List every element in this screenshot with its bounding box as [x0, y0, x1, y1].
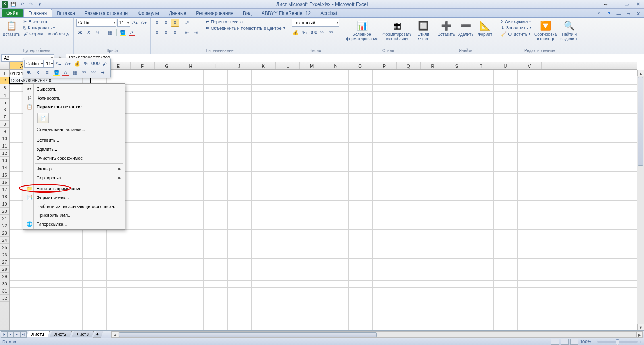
tab-formulas[interactable]: Формулы	[133, 9, 164, 17]
mini-size-combo[interactable]: 11	[44, 60, 54, 68]
autosum-button[interactable]: ΣАвтосумма▾	[499, 19, 533, 24]
mini-borders[interactable]: ▦	[71, 69, 79, 77]
row-header-9[interactable]: 9	[0, 128, 9, 135]
mini-shrink-font[interactable]: A▾	[63, 60, 72, 68]
row-header-8[interactable]: 8	[0, 121, 9, 128]
clear-button[interactable]: 🧹Очистить▾	[499, 31, 533, 37]
maximize-button[interactable]: ▭	[622, 1, 631, 8]
col-header-P[interactable]: P	[372, 62, 397, 69]
row-header-4[interactable]: 4	[0, 91, 9, 99]
number-format-combo[interactable]: Текстовый	[292, 19, 339, 27]
align-right-button[interactable]: ≡	[171, 29, 179, 37]
row-header-17[interactable]: 17	[0, 186, 9, 193]
col-header-N[interactable]: N	[324, 62, 348, 69]
ctx-cut[interactable]: ✂Вырезать	[24, 85, 124, 94]
font-color-button[interactable]: A	[128, 29, 136, 37]
borders-button[interactable]: ▦	[106, 29, 114, 37]
tab-insert[interactable]: Вставка	[52, 9, 80, 17]
fill-color-button[interactable]: 🪣	[119, 29, 127, 37]
percent-button[interactable]: %	[301, 29, 309, 37]
horizontal-scrollbar[interactable]: ◀ ▶	[111, 331, 643, 338]
cut-button[interactable]: ✂Вырезать	[22, 19, 71, 25]
formula-input[interactable]	[66, 54, 644, 62]
sort-filter-button[interactable]: 🔽Сортировка и фильтр	[534, 19, 557, 42]
sheet-tab-1[interactable]: Лист1	[26, 331, 50, 337]
decrease-font-button[interactable]: A▾	[140, 19, 148, 27]
row-header-27[interactable]: 27	[0, 258, 9, 266]
ctx-sort[interactable]: Сортировка▶	[24, 173, 124, 182]
cell-styles-button[interactable]: 🔲Стили ячеек	[415, 19, 432, 42]
row-header-19[interactable]: 19	[0, 200, 9, 208]
sheet-tab-new[interactable]: ✦	[93, 331, 103, 338]
help-icon[interactable]: ?	[605, 10, 613, 17]
zoom-in-button[interactable]: +	[639, 339, 642, 344]
row-header-13[interactable]: 13	[0, 157, 9, 164]
format-cells-button[interactable]: 📐Формат	[476, 19, 494, 37]
mini-format-painter[interactable]: 🖌	[100, 60, 109, 68]
col-header-R[interactable]: R	[421, 62, 445, 69]
qat-save[interactable]: 💾	[10, 1, 17, 8]
col-header-V[interactable]: V	[517, 62, 542, 69]
row-header-22[interactable]: 22	[0, 222, 9, 229]
mini-italic[interactable]: К	[33, 69, 42, 77]
col-header-J[interactable]: J	[227, 62, 251, 69]
row-header-29[interactable]: 29	[0, 273, 9, 280]
tab-abbyy[interactable]: ABBYY FineReader 12	[257, 9, 316, 17]
col-header-G[interactable]: G	[155, 62, 179, 69]
minimize-button[interactable]: —	[611, 1, 620, 8]
row-header-32[interactable]: 32	[0, 295, 9, 302]
row-header-16[interactable]: 16	[0, 179, 9, 186]
row-header-11[interactable]: 11	[0, 142, 9, 150]
mini-fill-color[interactable]: 🪣	[52, 69, 61, 77]
thousands-button[interactable]: 000	[310, 29, 318, 37]
ctx-insert[interactable]: Вставить...	[24, 136, 124, 145]
format-painter-button[interactable]: 🖌Формат по образцу	[22, 31, 71, 37]
mini-grow-font[interactable]: A▴	[54, 60, 63, 68]
col-header-I[interactable]: I	[203, 62, 227, 69]
select-all-corner[interactable]	[0, 62, 10, 70]
decrease-indent-button[interactable]: ⇤	[183, 29, 191, 37]
h-scroll-thumb[interactable]	[119, 332, 377, 337]
mini-font-combo[interactable]: Calibri	[24, 60, 44, 68]
row-header-24[interactable]: 24	[0, 237, 9, 244]
row-header-25[interactable]: 25	[0, 244, 9, 251]
col-header-F[interactable]: F	[131, 62, 155, 69]
align-left-button[interactable]: ≡	[153, 29, 161, 37]
row-header-3[interactable]: 3	[0, 84, 9, 91]
col-header-Q[interactable]: Q	[397, 62, 421, 69]
increase-font-button[interactable]: A▴	[131, 19, 139, 27]
mini-percent[interactable]: %	[82, 60, 91, 68]
vertical-scrollbar[interactable]: ▲ ▼	[637, 70, 644, 330]
increase-decimal-button[interactable]: ⁰⁰	[318, 29, 326, 37]
col-header-O[interactable]: O	[348, 62, 372, 69]
row-header-5[interactable]: 5	[0, 99, 9, 106]
decrease-decimal-button[interactable]: ⁰⁰	[327, 29, 335, 37]
row-header-26[interactable]: 26	[0, 251, 9, 258]
sheet-nav-first[interactable]: |◂	[1, 331, 7, 338]
view-layout-button[interactable]	[561, 339, 569, 345]
row-header-15[interactable]: 15	[0, 171, 9, 179]
zoom-level[interactable]: 100%	[580, 339, 591, 344]
close-button[interactable]: ✕	[634, 1, 642, 8]
ctx-filter[interactable]: Фильтр▶	[24, 164, 124, 173]
paste-button[interactable]: 📋 Вставить	[2, 19, 20, 37]
mini-align[interactable]: ≡	[43, 69, 52, 77]
sheet-nav-prev[interactable]: ◂	[7, 331, 14, 338]
increase-indent-button[interactable]: ⇥	[192, 29, 200, 37]
align-center-button[interactable]: ≡	[162, 29, 170, 37]
mini-currency[interactable]: 💰	[73, 60, 81, 68]
col-header-L[interactable]: L	[276, 62, 300, 69]
tab-home[interactable]: Главная	[23, 9, 52, 17]
sheet-nav-next[interactable]: ▸	[14, 331, 20, 338]
scroll-right-button[interactable]: ▶	[636, 332, 643, 337]
col-header-U[interactable]: U	[493, 62, 517, 69]
align-bottom-button[interactable]: ≡	[171, 19, 179, 27]
italic-button[interactable]: К	[85, 29, 93, 37]
tab-acrobat[interactable]: Acrobat	[316, 9, 342, 17]
row-header-12[interactable]: 12	[0, 150, 9, 157]
scroll-left-button[interactable]: ◀	[112, 332, 118, 337]
ctx-copy[interactable]: ⎘Копировать	[24, 94, 124, 102]
col-header-M[interactable]: M	[300, 62, 324, 69]
find-select-button[interactable]: 🔍Найти и выделить	[559, 19, 580, 42]
window-close-icon[interactable]: ✕	[634, 10, 642, 17]
